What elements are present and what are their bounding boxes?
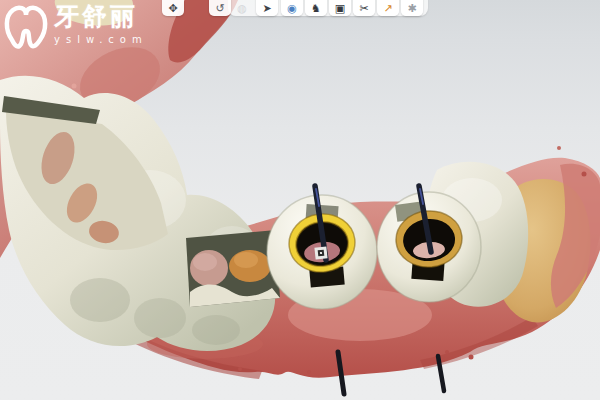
dental-cad-window: ✥ ↺ ◍ ➤ ◉ ♞ ▣ ✂ ↗ ✱ 牙舒丽 yslw.com bbox=[0, 0, 600, 400]
scan-speck bbox=[238, 367, 242, 371]
molar-bump-shadow bbox=[192, 315, 240, 345]
scan-data-button[interactable]: ▣ bbox=[329, 0, 351, 16]
molar-bump-shadow bbox=[134, 298, 186, 338]
adjust-tool-button[interactable]: ✥ bbox=[162, 0, 184, 16]
scan-speck bbox=[72, 84, 77, 89]
scan-pin-1-marker bbox=[314, 246, 327, 259]
globe-view-icon: ◉ bbox=[287, 2, 297, 16]
transfer-tool-button[interactable]: ↗ bbox=[377, 0, 399, 16]
scan-data-icon: ▣ bbox=[335, 2, 345, 16]
settings-tool-button[interactable]: ✱ bbox=[401, 0, 423, 16]
cut-tool-icon: ✂ bbox=[359, 2, 368, 16]
settings-tool-icon: ✱ bbox=[407, 2, 416, 16]
transparency-tool-button[interactable]: ◍ bbox=[231, 0, 253, 16]
3d-viewport[interactable] bbox=[0, 0, 600, 400]
molar-bump-shadow bbox=[70, 278, 130, 322]
window-tooth-orange-highlight bbox=[234, 252, 258, 268]
toolbar: ✥ ↺ ◍ ➤ ◉ ♞ ▣ ✂ ↗ ✱ bbox=[0, 0, 600, 24]
rotate-tool-button[interactable]: ↺ bbox=[209, 0, 231, 16]
scan-speck bbox=[445, 350, 449, 354]
scan-speck bbox=[582, 172, 587, 177]
rotate-tool-icon: ↺ bbox=[215, 2, 224, 16]
model-tool-icon: ♞ bbox=[311, 2, 321, 16]
globe-view-button[interactable]: ◉ bbox=[281, 0, 303, 16]
transparency-tool-icon: ◍ bbox=[237, 2, 247, 16]
transfer-tool-icon: ↗ bbox=[383, 2, 392, 16]
orient-tool-icon: ➤ bbox=[262, 2, 271, 16]
scan-speck bbox=[469, 355, 474, 360]
cut-tool-button[interactable]: ✂ bbox=[353, 0, 375, 16]
window-tooth-pink-highlight bbox=[193, 253, 217, 271]
model-tool-button[interactable]: ♞ bbox=[305, 0, 327, 16]
orient-tool-button[interactable]: ➤ bbox=[256, 0, 278, 16]
scan-speck bbox=[557, 146, 561, 150]
scan-speck bbox=[307, 370, 311, 374]
adjust-tool-icon: ✥ bbox=[168, 2, 177, 16]
